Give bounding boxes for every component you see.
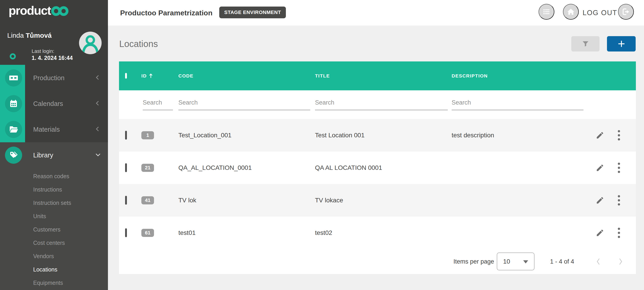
table-row[interactable]: 61 test01 test02: [119, 216, 636, 249]
last-login-value: 1. 4. 2024 16:44: [32, 55, 73, 61]
calendar-icon[interactable]: [5, 95, 22, 112]
id-badge: 1: [141, 131, 154, 139]
column-header-id[interactable]: ID: [138, 73, 178, 78]
sort-ascending-icon: [149, 73, 153, 78]
edit-button[interactable]: [596, 228, 604, 237]
add-location-button[interactable]: [607, 36, 636, 52]
sidebar-item-equipments[interactable]: Equipments: [0, 276, 108, 290]
cell-description: test description: [451, 132, 585, 139]
plus-icon: [618, 40, 625, 48]
sidebar-item-units[interactable]: Units: [0, 210, 108, 223]
pagination-range-label: 1 - 4 of 4: [550, 258, 574, 265]
row-menu-button[interactable]: [618, 130, 620, 141]
user-first-name: Linda: [7, 32, 26, 39]
table-header-row: ID CODE TITLE DESCRIPTION: [119, 62, 636, 90]
row-checkbox[interactable]: [125, 163, 127, 172]
previous-page-button[interactable]: [596, 258, 601, 266]
folder-open-icon[interactable]: [5, 121, 22, 138]
environment-badge: STAGE ENVIRONMENT: [219, 6, 286, 18]
items-per-page-label: Items per page: [454, 258, 494, 265]
next-page-button[interactable]: [618, 258, 623, 266]
sidebar-item-label: Materials: [33, 126, 60, 133]
brand-logo-text: product: [8, 4, 51, 16]
cell-code: test01: [178, 229, 314, 236]
topbar: Productoo Parametrization STAGE ENVIRONM…: [108, 0, 644, 26]
app-root: product Linda Tůmová Last login: 1. 4. 2…: [0, 0, 644, 290]
row-menu-button[interactable]: [618, 227, 620, 238]
user-avatar[interactable]: [79, 32, 102, 54]
library-submenu: Reason codes Instructions Instruction se…: [0, 168, 108, 290]
row-checkbox[interactable]: [125, 228, 127, 237]
kebab-menu-icon: [618, 130, 620, 141]
menu-list-button[interactable]: [538, 4, 554, 20]
edit-button[interactable]: [596, 131, 604, 140]
sidebar-item-label: Production: [33, 74, 64, 82]
id-badge: 41: [141, 196, 154, 204]
kebab-menu-icon: [618, 162, 620, 174]
row-checkbox[interactable]: [125, 131, 127, 140]
sidebar-item-materials[interactable]: Materials: [0, 116, 108, 142]
edit-button[interactable]: [596, 164, 604, 172]
caret-down-icon: [523, 260, 528, 263]
chevron-down-icon: [95, 152, 101, 158]
cell-title: TV lokace: [314, 197, 451, 204]
table-search-row: [119, 90, 636, 119]
sidebar-item-label: Library: [33, 152, 53, 159]
chevron-left-icon: [95, 100, 100, 107]
home-icon: [567, 8, 575, 15]
select-all-checkbox[interactable]: [125, 73, 127, 78]
edit-button[interactable]: [596, 196, 604, 205]
user-name: Linda Tůmová: [7, 32, 52, 39]
items-per-page-value: 10: [503, 258, 510, 265]
funnel-icon: [582, 41, 589, 47]
column-header-title[interactable]: TITLE: [314, 73, 451, 78]
table-row[interactable]: 21 QA_AL_LOCATION_0001 QA AL LOCATION 00…: [119, 152, 636, 184]
column-header-label: ID: [141, 73, 147, 78]
home-button[interactable]: [563, 4, 579, 20]
column-header-code[interactable]: CODE: [178, 73, 314, 78]
chevron-left-icon: [95, 126, 100, 133]
pencil-icon: [596, 164, 604, 172]
table-row[interactable]: 41 TV lok TV lokace: [119, 184, 636, 216]
sidebar-item-reason-codes[interactable]: Reason codes: [0, 170, 108, 183]
cell-code: QA_AL_LOCATION_0001: [178, 164, 314, 172]
sidebar-item-library[interactable]: Library: [0, 142, 108, 168]
sidebar-item-instruction-sets[interactable]: Instruction sets: [0, 196, 108, 210]
brand-logo-infinity-icon: [51, 6, 68, 17]
search-input-code[interactable]: [178, 99, 310, 110]
pallet-icon[interactable]: [5, 69, 22, 86]
list-icon: [542, 8, 550, 15]
table-row[interactable]: 1 Test_Location_001 Test Location 001 te…: [119, 119, 636, 152]
search-input-description[interactable]: [452, 99, 584, 110]
row-menu-button[interactable]: [618, 162, 620, 174]
sidebar-item-instructions[interactable]: Instructions: [0, 183, 108, 196]
pencil-icon: [596, 131, 604, 140]
logout-button[interactable]: [618, 4, 634, 20]
tags-icon[interactable]: [5, 146, 22, 164]
items-per-page-select[interactable]: 10: [497, 252, 534, 270]
sign-out-icon: [622, 8, 630, 15]
sidebar-item-calendars[interactable]: Calendars: [0, 91, 108, 116]
cell-code: TV lok: [178, 197, 314, 204]
column-header-description[interactable]: DESCRIPTION: [451, 73, 585, 78]
sidebar-item-vendors[interactable]: Vendors: [0, 250, 108, 263]
kebab-menu-icon: [618, 227, 620, 238]
search-input-title[interactable]: [315, 99, 448, 110]
sidebar-item-production[interactable]: Production: [0, 65, 108, 91]
cell-title: Test Location 001: [314, 132, 451, 139]
cell-title: test02: [314, 229, 451, 236]
user-status-ring-icon: [10, 53, 16, 60]
sidebar-item-customers[interactable]: Customers: [0, 223, 108, 236]
row-checkbox[interactable]: [125, 196, 127, 205]
filter-button[interactable]: [571, 36, 600, 52]
sidebar-item-label: Calendars: [33, 100, 63, 108]
brand-logo[interactable]: product: [8, 4, 68, 17]
logout-label[interactable]: LOG OUT: [582, 9, 617, 17]
search-input-id[interactable]: [143, 99, 173, 110]
sidebar-item-locations[interactable]: Locations: [0, 263, 108, 276]
person-icon: [79, 32, 102, 54]
cell-code: Test_Location_001: [178, 132, 314, 139]
row-menu-button[interactable]: [618, 195, 620, 206]
app-title: Productoo Parametrization: [120, 8, 212, 17]
sidebar-item-cost-centers[interactable]: Cost centers: [0, 236, 108, 250]
